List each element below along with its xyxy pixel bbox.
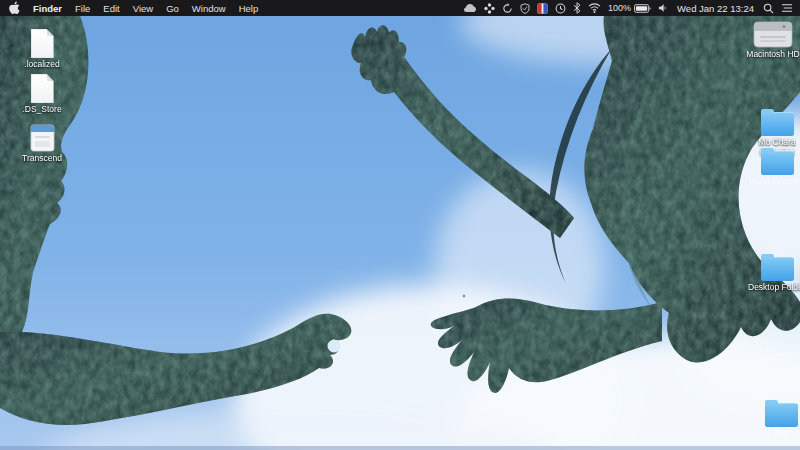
apple-logo-icon bbox=[9, 1, 20, 14]
battery-status[interactable]: 100% bbox=[608, 3, 651, 13]
icon-label: Desktop Folder… bbox=[748, 283, 800, 293]
external-drive-icon bbox=[29, 124, 56, 152]
icon-label: Transcend bbox=[22, 154, 62, 164]
spotlight-search-icon[interactable] bbox=[763, 3, 774, 14]
file-icon bbox=[31, 29, 54, 58]
wifi-icon[interactable] bbox=[588, 3, 601, 13]
volume-icon[interactable] bbox=[658, 3, 668, 13]
icon-label: .DS_Store bbox=[22, 105, 61, 115]
clock-menu-icon[interactable] bbox=[555, 3, 566, 14]
apple-menu[interactable] bbox=[9, 1, 20, 16]
icon-label: Pub bbox=[773, 429, 788, 439]
sync-icon[interactable] bbox=[502, 3, 513, 14]
icon-label: Mural incoming bbox=[748, 177, 800, 187]
icon-label: .localized bbox=[24, 60, 59, 70]
desktop-icon-pub[interactable]: Pub bbox=[752, 398, 800, 439]
desktop-icon-macintosh-hd[interactable]: Macintosh HD bbox=[744, 21, 800, 60]
menu-item-file[interactable]: File bbox=[75, 3, 90, 14]
menu-bar: Finder File Edit View Go Window Help bbox=[0, 0, 800, 16]
folder-icon bbox=[765, 403, 798, 427]
file-icon bbox=[31, 74, 54, 103]
icon-label: Macintosh HD bbox=[746, 50, 799, 60]
battery-icon bbox=[634, 4, 651, 13]
folder-icon bbox=[761, 112, 794, 136]
flower-icon[interactable] bbox=[484, 3, 495, 14]
desktop-icon-mural-incoming[interactable]: Mural incoming bbox=[748, 146, 800, 187]
cloud-icon[interactable] bbox=[463, 3, 477, 13]
notification-center-icon[interactable] bbox=[781, 3, 793, 13]
desktop-icon-ds-store[interactable]: .DS_Store bbox=[13, 74, 71, 115]
battery-percent: 100% bbox=[608, 3, 631, 13]
input-source-flag-icon[interactable] bbox=[537, 3, 548, 14]
folder-icon bbox=[761, 257, 794, 281]
menu-item-help[interactable]: Help bbox=[239, 3, 259, 14]
macos-desktop: Finder File Edit View Go Window Help bbox=[0, 0, 800, 450]
menu-item-go[interactable]: Go bbox=[166, 3, 179, 14]
desktop-icon-desktop-folder[interactable]: Desktop Folder… bbox=[748, 252, 800, 293]
menu-item-edit[interactable]: Edit bbox=[103, 3, 119, 14]
menu-item-finder[interactable]: Finder bbox=[33, 3, 62, 14]
menu-item-view[interactable]: View bbox=[133, 3, 153, 14]
internal-drive-icon bbox=[753, 21, 793, 48]
menu-clock[interactable]: Wed Jan 22 13:24 bbox=[677, 3, 754, 14]
shield-icon[interactable] bbox=[520, 3, 530, 14]
folder-icon bbox=[761, 151, 794, 175]
bluetooth-icon[interactable] bbox=[573, 2, 581, 14]
desktop-wallpaper bbox=[0, 0, 800, 450]
desktop-icon-transcend[interactable]: Transcend bbox=[13, 124, 71, 164]
menu-item-window[interactable]: Window bbox=[192, 3, 226, 14]
desktop-icon-localized[interactable]: .localized bbox=[13, 29, 71, 70]
